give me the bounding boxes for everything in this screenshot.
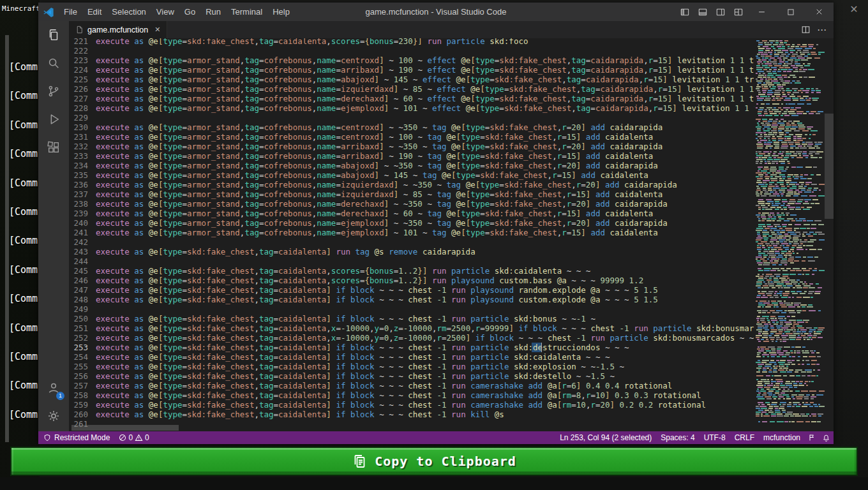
run-debug-icon[interactable]: [38, 105, 69, 133]
minimap-row: [754, 138, 825, 139]
tab-close-icon[interactable]: ✕: [154, 26, 160, 34]
menu-terminal[interactable]: Terminal: [226, 3, 267, 21]
code-line-236[interactable]: 236execute as @e[type=armor_stand,tag=co…: [69, 180, 754, 189]
code-line-239[interactable]: 239execute as @e[type=armor_stand,tag=co…: [69, 209, 754, 218]
code-line-244[interactable]: 244: [69, 256, 754, 266]
minimap-row: [754, 408, 825, 409]
code-line-240[interactable]: 240execute as @e[type=armor_stand,tag=co…: [69, 218, 754, 228]
code-line-253[interactable]: 253execute as @e[type=skd:fake_chest,tag…: [69, 343, 754, 352]
errors-count: 0: [128, 433, 133, 442]
code-line-221[interactable]: 221execute as @e[type=skd:fake_chest,tag…: [69, 38, 754, 46]
code-line-255[interactable]: 255execute as @e[type=skd:fake_chest,tag…: [69, 362, 754, 371]
code-line-252[interactable]: 252execute as @e[type=skd:fake_chest,tag…: [69, 333, 754, 343]
code-line-231[interactable]: 231execute as @e[type=armor_stand,tag=co…: [69, 132, 754, 142]
tab-game-mcfunction[interactable]: game.mcfunction ✕: [69, 21, 167, 38]
minimize-icon[interactable]: [747, 3, 776, 21]
extensions-icon[interactable]: [38, 133, 69, 161]
code-line-259[interactable]: 259execute as @e[type=skd:fake_chest,tag…: [69, 400, 754, 410]
menu-run[interactable]: Run: [200, 3, 226, 21]
bell-icon[interactable]: [819, 434, 834, 442]
restricted-mode-indicator[interactable]: Restricted Mode: [38, 431, 115, 444]
code-line-248[interactable]: 248execute as @e[type=skd:fake_chest,tag…: [69, 295, 754, 304]
code-line-241[interactable]: 241execute as @e[type=armor_stand,tag=co…: [69, 228, 754, 237]
code-line-250[interactable]: 250execute as @e[type=skd:fake_chest,tag…: [69, 314, 754, 323]
overlay-close-icon[interactable]: ✕: [848, 3, 860, 16]
minimap-row: [754, 295, 825, 296]
code-line-224[interactable]: 224execute as @e[type=armor_stand,tag=co…: [69, 65, 754, 75]
statusbar-language-mode[interactable]: mcfunction: [759, 433, 805, 442]
toggle-sidebar-icon[interactable]: [676, 3, 694, 21]
code-line-234[interactable]: 234execute as @e[type=armor_stand,tag=co…: [69, 161, 754, 170]
code-line-225[interactable]: 225execute as @e[type=armor_stand,tag=co…: [69, 75, 754, 84]
more-actions-icon[interactable]: ⋯: [817, 27, 827, 33]
code-line-226[interactable]: 226execute as @e[type=armor_stand,tag=co…: [69, 84, 754, 94]
minimap-row: [754, 226, 825, 227]
split-editor-icon[interactable]: [801, 25, 811, 34]
minimap-row: [754, 331, 825, 332]
settings-gear-icon[interactable]: [38, 402, 69, 430]
minimap-row: [754, 124, 825, 126]
menu-file[interactable]: File: [59, 3, 82, 21]
code-line-233[interactable]: 233execute as @e[type=armor_stand,tag=co…: [69, 151, 754, 161]
code-line-246[interactable]: 246execute as @e[type=skd:fake_chest,tag…: [69, 276, 754, 285]
code-line-228[interactable]: 228execute as @e[type=armor_stand,tag=co…: [69, 103, 754, 113]
code-line-260[interactable]: 260execute as @e[type=skd:fake_chest,tag…: [69, 410, 754, 419]
statusbar-encoding[interactable]: UTF-8: [700, 433, 730, 442]
pin-icon[interactable]: [805, 434, 819, 442]
code-line-242[interactable]: 242: [69, 237, 754, 247]
line-text: [96, 304, 754, 314]
code-editor[interactable]: 221execute as @e[type=skd:fake_chest,tag…: [69, 38, 834, 431]
code-line-229[interactable]: 229: [69, 113, 754, 122]
menu-view[interactable]: View: [151, 3, 179, 21]
problems-indicator[interactable]: 0 0: [115, 433, 153, 442]
menu-go[interactable]: Go: [179, 3, 200, 21]
statusbar-indentation[interactable]: Spaces: 4: [656, 433, 699, 442]
minimap-row: [754, 245, 825, 246]
code-line-232[interactable]: 232execute as @e[type=armor_stand,tag=co…: [69, 142, 754, 151]
minimap-row: [754, 329, 825, 330]
statusbar-cursor-position[interactable]: Ln 253, Col 94 (2 selected): [555, 433, 656, 442]
toggle-panel-icon[interactable]: [694, 3, 712, 21]
code-line-238[interactable]: 238execute as @e[type=armor_stand,tag=co…: [69, 199, 754, 209]
code-line-245[interactable]: 245execute as @e[type=skd:fake_chest,tag…: [69, 266, 754, 276]
code-line-235[interactable]: 235execute as @e[type=armor_stand,tag=co…: [69, 170, 754, 180]
line-number: 255: [69, 362, 88, 371]
code-line-222[interactable]: 222: [69, 46, 754, 56]
minimap[interactable]: [754, 38, 825, 431]
vertical-scrollbar[interactable]: [825, 38, 834, 431]
vertical-scrollbar-thumb[interactable]: [825, 114, 834, 219]
customize-layout-icon[interactable]: [730, 3, 747, 21]
line-text: execute as @e[type=armor_stand,tag=cofre…: [96, 189, 754, 199]
menu-help[interactable]: Help: [267, 3, 295, 21]
source-control-icon[interactable]: [38, 77, 69, 105]
minimap-row: [754, 218, 825, 219]
code-line-251[interactable]: 251execute as @e[type=skd:fake_chest,tag…: [69, 323, 754, 333]
code-line-247[interactable]: 247execute as @e[type=skd:fake_chest,tag…: [69, 285, 754, 295]
code-line-223[interactable]: 223execute as @e[type=armor_stand,tag=co…: [69, 56, 754, 65]
code-line-230[interactable]: 230execute as @e[type=armor_stand,tag=co…: [69, 122, 754, 132]
menu-selection[interactable]: Selection: [107, 3, 151, 21]
maximize-icon[interactable]: [776, 3, 805, 21]
code-line-249[interactable]: 249: [69, 304, 754, 314]
code-line-261[interactable]: 261: [69, 419, 754, 429]
code-line-256[interactable]: 256execute as @e[type=skd:fake_chest,tag…: [69, 371, 754, 381]
minimap-row: [754, 235, 825, 237]
code-line-227[interactable]: 227execute as @e[type=armor_stand,tag=co…: [69, 94, 754, 103]
minimap-row: [754, 159, 825, 160]
code-line-257[interactable]: 257execute as @e[type=skd:fake_chest,tag…: [69, 381, 754, 390]
close-icon[interactable]: [805, 3, 834, 21]
menu-edit[interactable]: Edit: [82, 3, 107, 21]
toggle-secondary-sidebar-icon[interactable]: [712, 3, 730, 21]
code-line-258[interactable]: 258execute as @e[type=skd:fake_chest,tag…: [69, 390, 754, 400]
search-icon[interactable]: [38, 49, 69, 77]
account-icon[interactable]: 1: [38, 374, 69, 402]
line-text: execute as @e[type=skd:fake_chest,tag=ca…: [96, 371, 754, 381]
copy-to-clipboard-button[interactable]: Copy to Clipboard: [10, 447, 858, 476]
minimap-row: [754, 130, 825, 131]
explorer-icon[interactable]: [38, 21, 69, 49]
minimap-row: [754, 316, 825, 317]
code-line-243[interactable]: 243execute as @e[type=skd:fake_chest,tag…: [69, 247, 754, 256]
statusbar-eol[interactable]: CRLF: [730, 433, 759, 442]
code-line-254[interactable]: 254execute as @e[type=skd:fake_chest,tag…: [69, 352, 754, 362]
code-line-237[interactable]: 237execute as @e[type=armor_stand,tag=co…: [69, 189, 754, 199]
